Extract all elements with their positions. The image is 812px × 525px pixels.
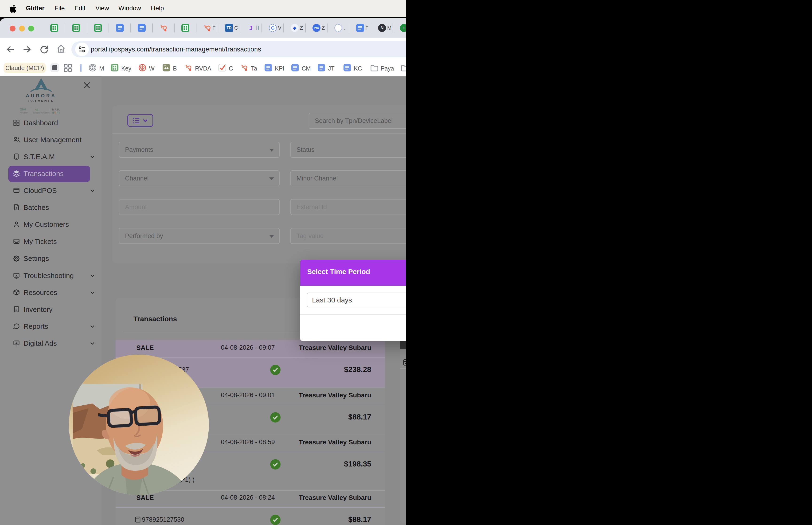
- svg-text:CHOSEN PAYMENTS: CHOSEN PAYMENTS: [33, 112, 49, 114]
- svg-text:℅: ℅: [35, 108, 38, 111]
- svg-text:SOFT: SOFT: [52, 111, 60, 114]
- svg-text:PAYMENT: PAYMENT: [20, 112, 28, 114]
- svg-text:PAYMENTS: PAYMENTS: [28, 99, 54, 103]
- svg-text:NAIL: NAIL: [52, 108, 60, 111]
- svg-text:AURORA: AURORA: [26, 93, 56, 98]
- svg-text:ONē: ONē: [20, 108, 26, 111]
